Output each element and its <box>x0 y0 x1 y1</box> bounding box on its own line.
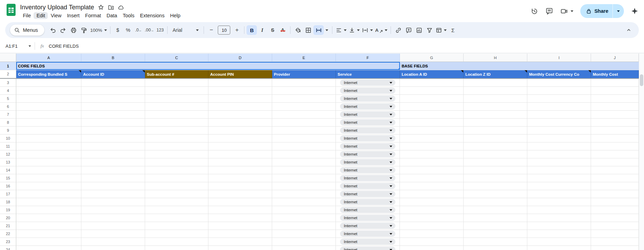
cell-H16[interactable] <box>464 182 527 190</box>
cell-C21[interactable] <box>145 222 208 230</box>
cell-C17[interactable] <box>145 190 208 198</box>
cell-F19[interactable]: Internet <box>336 206 400 214</box>
cell-E8[interactable] <box>272 119 336 127</box>
font-size-input[interactable]: 10 <box>218 26 230 35</box>
gemini-sparkle-icon[interactable] <box>631 7 638 15</box>
cell-H12[interactable] <box>464 150 527 158</box>
functions-button[interactable]: Σ <box>448 25 458 35</box>
cell-J16[interactable] <box>591 182 639 190</box>
cell-C13[interactable] <box>145 158 208 166</box>
cell-H18[interactable] <box>464 198 527 206</box>
cell-J22[interactable] <box>591 230 639 238</box>
cell-G15[interactable] <box>400 174 464 182</box>
cell-H8[interactable] <box>464 119 527 127</box>
cell-I13[interactable] <box>527 158 591 166</box>
cell-A24[interactable] <box>16 246 81 250</box>
cell-J3[interactable] <box>591 79 639 87</box>
cell-I22[interactable] <box>527 230 591 238</box>
cell-F8[interactable]: Internet <box>336 119 400 127</box>
cell-G12[interactable] <box>400 150 464 158</box>
cell-H24[interactable] <box>464 246 527 250</box>
cell-J15[interactable] <box>591 174 639 182</box>
vertical-scrollbar-thumb[interactable] <box>640 74 643 86</box>
merge-cells-button[interactable] <box>313 25 324 35</box>
cell-H11[interactable] <box>464 142 527 150</box>
cell-H6[interactable] <box>464 103 527 111</box>
row-header-16[interactable]: 16 <box>0 182 16 190</box>
cell-D15[interactable] <box>208 174 272 182</box>
row-header-23[interactable]: 23 <box>0 238 16 246</box>
search-menus-button[interactable]: Menus <box>10 25 44 36</box>
cell-A20[interactable] <box>16 214 81 222</box>
cell-J21[interactable] <box>591 222 639 230</box>
service-dropdown[interactable]: Internet <box>340 175 395 181</box>
cell-E3[interactable] <box>272 79 336 87</box>
cell-D18[interactable] <box>208 198 272 206</box>
service-dropdown[interactable]: Internet <box>340 183 395 189</box>
cell-J20[interactable] <box>591 214 639 222</box>
row-header-5[interactable]: 5 <box>0 95 16 103</box>
cell-E10[interactable] <box>272 135 336 142</box>
cell-E5[interactable] <box>272 95 336 103</box>
cell-E20[interactable] <box>272 214 336 222</box>
cell-A8[interactable] <box>16 119 81 127</box>
comments-icon[interactable] <box>545 7 553 15</box>
cell-D9[interactable] <box>208 127 272 135</box>
cell-D24[interactable] <box>208 246 272 250</box>
cell-B5[interactable] <box>81 95 145 103</box>
service-dropdown[interactable]: Internet <box>340 143 395 149</box>
cell-B20[interactable] <box>81 214 145 222</box>
service-dropdown[interactable]: Internet <box>340 111 395 118</box>
service-dropdown[interactable]: Internet <box>340 247 395 250</box>
paint-format-button[interactable] <box>79 25 89 35</box>
cell-C22[interactable] <box>145 230 208 238</box>
row-header-12[interactable]: 12 <box>0 150 16 158</box>
cell-H7[interactable] <box>464 111 527 119</box>
row-header-15[interactable]: 15 <box>0 174 16 182</box>
insert-chart-button[interactable] <box>414 25 424 35</box>
cell-H5[interactable] <box>464 95 527 103</box>
service-dropdown[interactable]: Internet <box>340 199 395 205</box>
cell-B3[interactable] <box>81 79 145 87</box>
cell-I14[interactable] <box>527 166 591 174</box>
menu-format[interactable]: Format <box>82 12 104 19</box>
service-dropdown[interactable]: Internet <box>340 119 395 126</box>
strikethrough-button[interactable]: S <box>267 25 278 35</box>
row-header-3[interactable]: 3 <box>0 79 16 87</box>
cell-J17[interactable] <box>591 190 639 198</box>
cell-B16[interactable] <box>81 182 145 190</box>
cell-E7[interactable] <box>272 111 336 119</box>
cell-I23[interactable] <box>527 238 591 246</box>
meet-video-icon[interactable] <box>560 7 573 15</box>
cell-E13[interactable] <box>272 158 336 166</box>
row-header-22[interactable]: 22 <box>0 230 16 238</box>
cell-B10[interactable] <box>81 135 145 142</box>
menu-edit[interactable]: Edit <box>34 12 48 19</box>
cell-H19[interactable] <box>464 206 527 214</box>
table-views-button[interactable] <box>435 25 448 35</box>
cell-E12[interactable] <box>272 150 336 158</box>
cell-J12[interactable] <box>591 150 639 158</box>
share-caret-button[interactable] <box>613 4 624 18</box>
name-box[interactable]: A1:F1 <box>0 44 35 49</box>
cell-G18[interactable] <box>400 198 464 206</box>
service-dropdown[interactable]: Internet <box>340 223 395 229</box>
increase-decimals-button[interactable]: .00→ <box>144 25 155 35</box>
column-header-D[interactable]: D <box>208 54 272 62</box>
cell-C14[interactable] <box>145 166 208 174</box>
cell-D12[interactable] <box>208 150 272 158</box>
cell-H23[interactable] <box>464 238 527 246</box>
print-button[interactable] <box>69 25 79 35</box>
header-cell-B2[interactable]: Account ID <box>81 70 145 78</box>
star-icon[interactable] <box>98 4 104 11</box>
cell-C15[interactable] <box>145 174 208 182</box>
cell-G16[interactable] <box>400 182 464 190</box>
horizontal-align-button[interactable] <box>334 25 348 35</box>
service-dropdown[interactable]: Internet <box>340 127 395 133</box>
cell-E14[interactable] <box>272 166 336 174</box>
cell-J5[interactable] <box>591 95 639 103</box>
cell-G14[interactable] <box>400 166 464 174</box>
cell-E15[interactable] <box>272 174 336 182</box>
cell-A16[interactable] <box>16 182 81 190</box>
header-cell-E2[interactable]: Provider <box>272 70 336 78</box>
